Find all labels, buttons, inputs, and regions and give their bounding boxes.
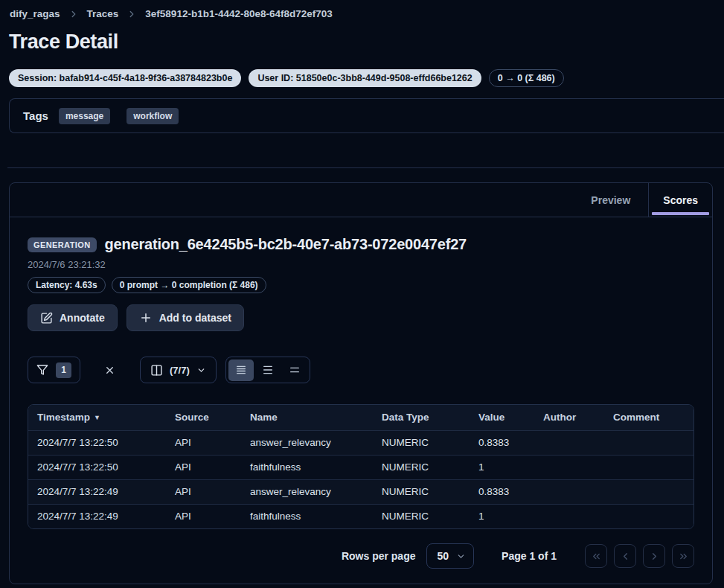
cell-value: 0.8383 (470, 479, 534, 504)
columns-icon (150, 364, 163, 377)
tab-preview[interactable]: Preview (573, 183, 648, 217)
rows-per-page-label: Rows per page (342, 550, 416, 562)
first-page-button[interactable] (585, 544, 607, 568)
prev-page-button[interactable] (614, 544, 636, 568)
table-header-row: Timestamp▼ Source Name Data Type Value A… (28, 405, 693, 430)
chevron-right-icon (126, 9, 137, 19)
column-visibility-button[interactable]: (7/7) (140, 357, 217, 383)
session-badge[interactable]: Session: bafab914-c45f-4a18-9f36-a387848… (9, 69, 241, 87)
cell-comment (604, 455, 693, 479)
cell-value: 0.8383 (470, 430, 534, 455)
cell-name: answer_relevancy (241, 430, 373, 455)
chevron-right-icon (68, 9, 79, 19)
row-height-large-button[interactable] (282, 359, 307, 381)
table-row[interactable]: 2024/7/7 13:22:49 API faithfulness NUMER… (28, 504, 693, 528)
cell-comment (604, 504, 693, 528)
next-page-button[interactable] (643, 544, 665, 568)
row-height-small-button[interactable] (228, 359, 254, 381)
cell-source: API (166, 504, 241, 528)
filter-funnel-icon (36, 364, 48, 376)
cell-author (534, 504, 604, 528)
table-row[interactable]: 2024/7/7 13:22:50 API faithfulness NUMER… (28, 455, 693, 479)
trace-meta-badges: Session: bafab914-c45f-4a18-9f36-a387848… (9, 69, 724, 87)
breadcrumb-project[interactable]: dify_ragas (10, 8, 60, 19)
column-header-source[interactable]: Source (166, 405, 241, 430)
edit-square-icon (40, 312, 53, 325)
annotate-button-label: Annotate (60, 312, 105, 324)
cell-author (534, 430, 604, 455)
cell-data-type: NUMERIC (373, 479, 470, 504)
tag-chip[interactable]: workflow (126, 108, 179, 124)
annotate-button[interactable]: Annotate (28, 304, 118, 331)
cell-name: faithfulness (241, 504, 373, 528)
clear-filters-button[interactable] (100, 360, 120, 380)
cell-data-type: NUMERIC (373, 430, 470, 455)
token-usage-badge: 0 → 0 (Σ 486) (489, 69, 564, 87)
filter-count-badge: 1 (56, 362, 71, 378)
column-header-author[interactable]: Author (534, 405, 604, 430)
cell-author (534, 455, 604, 479)
row-height-medium-button[interactable] (255, 359, 281, 381)
rows-per-page-value: 50 (438, 550, 449, 562)
latency-badge: Latency: 4.63s (28, 277, 106, 293)
cell-comment (604, 479, 693, 504)
column-header-data-type[interactable]: Data Type (373, 405, 470, 430)
first-page-icon (591, 551, 602, 562)
tab-scores-label: Scores (663, 194, 698, 206)
plus-icon (139, 311, 153, 325)
table-row[interactable]: 2024/7/7 13:22:50 API answer_relevancy N… (28, 430, 693, 455)
completion-tokens-badge: 0 prompt → 0 completion (Σ 486) (112, 277, 266, 293)
column-header-value[interactable]: Value (470, 405, 534, 430)
section-divider (7, 167, 724, 168)
cell-name: faithfulness (241, 455, 373, 479)
row-height-medium-icon (262, 364, 274, 376)
observation-panel: Preview Scores GENERATION generation_6e4… (9, 182, 713, 584)
cell-source: API (166, 430, 241, 455)
cell-name: answer_relevancy (241, 479, 373, 504)
sort-desc-icon: ▼ (94, 414, 100, 421)
score-table-body: 2024/7/7 13:22:50 API answer_relevancy N… (28, 430, 693, 528)
last-page-button[interactable] (672, 544, 694, 568)
observation-name: generation_6e4245b5-bc2b-40e7-ab73-072e0… (105, 236, 467, 253)
table-row[interactable]: 2024/7/7 13:22:49 API answer_relevancy N… (28, 479, 693, 504)
chevron-down-icon (456, 552, 466, 561)
column-header-label: Timestamp (37, 412, 90, 423)
prev-page-icon (620, 551, 631, 562)
tab-scores[interactable]: Scores (648, 183, 712, 217)
rows-per-page-select[interactable]: 50 (426, 543, 475, 569)
panel-tabs: Preview Scores (10, 183, 712, 217)
breadcrumb-trace-id[interactable]: 3ef58912-b1b1-4442-80e8-64f8d72ef703 (145, 8, 332, 19)
page-indicator: Page 1 of 1 (502, 550, 557, 562)
observation-header: GENERATION generation_6e4245b5-bc2b-40e7… (10, 217, 712, 331)
cell-timestamp: 2024/7/7 13:22:50 (28, 430, 166, 455)
scores-table: Timestamp▼ Source Name Data Type Value A… (28, 404, 694, 529)
observation-type-badge: GENERATION (28, 237, 97, 252)
row-height-large-icon (289, 364, 301, 376)
cell-value: 1 (470, 455, 534, 479)
column-header-name[interactable]: Name (241, 405, 373, 430)
breadcrumb-traces[interactable]: Traces (87, 8, 119, 19)
pager-buttons (585, 544, 694, 568)
active-tab-underline (652, 212, 709, 215)
cell-source: API (166, 479, 241, 504)
user-id-badge[interactable]: User ID: 51850e0c-3bb8-449d-9508-effd66b… (249, 69, 481, 87)
filter-button[interactable]: 1 (28, 357, 80, 383)
last-page-icon (678, 551, 689, 562)
column-header-comment[interactable]: Comment (604, 405, 693, 430)
breadcrumb: dify_ragas Traces 3ef58912-b1b1-4442-80e… (0, 0, 724, 19)
row-height-toggle-group (225, 357, 310, 383)
next-page-icon (649, 551, 660, 562)
column-header-timestamp[interactable]: Timestamp▼ (28, 405, 166, 430)
cell-source: API (166, 455, 241, 479)
cell-timestamp: 2024/7/7 13:22:49 (28, 479, 166, 504)
cell-data-type: NUMERIC (373, 455, 470, 479)
column-visibility-label: (7/7) (170, 365, 190, 376)
pagination-bar: Rows per page 50 Page 1 of 1 (10, 543, 712, 569)
close-icon (104, 365, 115, 376)
cell-comment (604, 430, 693, 455)
tags-label: Tags (23, 109, 48, 122)
tag-chip[interactable]: message (59, 108, 110, 124)
cell-value: 1 (470, 504, 534, 528)
chevron-down-icon (196, 365, 206, 375)
add-to-dataset-button[interactable]: Add to dataset (126, 304, 244, 331)
